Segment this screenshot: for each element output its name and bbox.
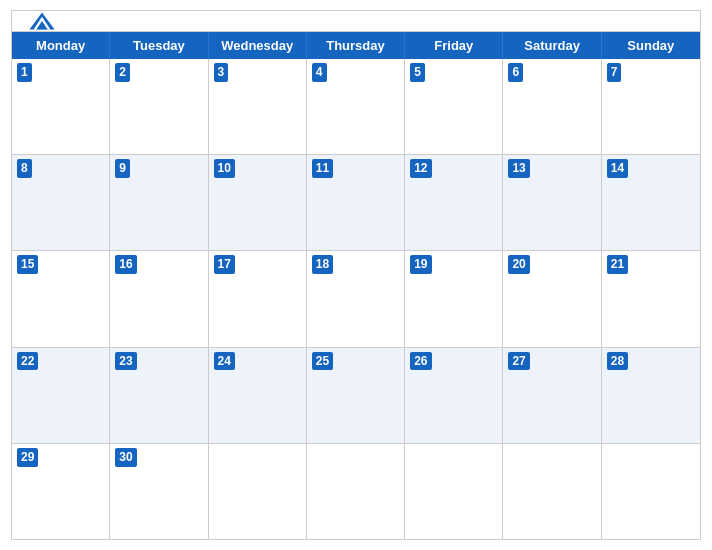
day-header-saturday: Saturday [503,32,601,59]
week-row-3: 15161718192021 [12,251,700,347]
day-header-monday: Monday [12,32,110,59]
day-cell-8: 8 [12,155,110,250]
day-number-4: 4 [312,63,327,82]
day-cell-18: 18 [307,251,405,346]
day-cell-27: 27 [503,348,601,443]
day-cell-5: 5 [405,59,503,154]
day-number-18: 18 [312,255,333,274]
day-cell-12: 12 [405,155,503,250]
day-number-14: 14 [607,159,628,178]
day-cell-4: 4 [307,59,405,154]
day-number-3: 3 [214,63,229,82]
day-number-22: 22 [17,352,38,371]
day-cell-23: 23 [110,348,208,443]
day-cell-3: 3 [209,59,307,154]
day-number-15: 15 [17,255,38,274]
day-header-wednesday: Wednesday [209,32,307,59]
day-cell-16: 16 [110,251,208,346]
day-cell-26: 26 [405,348,503,443]
weeks-container: 1234567891011121314151617181920212223242… [12,59,700,539]
calendar-grid: MondayTuesdayWednesdayThursdayFridaySatu… [12,31,700,539]
day-cell-11: 11 [307,155,405,250]
day-header-friday: Friday [405,32,503,59]
day-number-9: 9 [115,159,130,178]
day-number-1: 1 [17,63,32,82]
day-number-27: 27 [508,352,529,371]
logo [28,11,56,31]
day-number-21: 21 [607,255,628,274]
day-number-7: 7 [607,63,622,82]
day-number-25: 25 [312,352,333,371]
day-number-26: 26 [410,352,431,371]
day-cell-1: 1 [12,59,110,154]
day-cell-25: 25 [307,348,405,443]
day-number-12: 12 [410,159,431,178]
day-header-thursday: Thursday [307,32,405,59]
day-number-10: 10 [214,159,235,178]
day-cell-20: 20 [503,251,601,346]
day-cell-9: 9 [110,155,208,250]
day-cell-15: 15 [12,251,110,346]
day-header-sunday: Sunday [602,32,700,59]
week-row-1: 1234567 [12,59,700,155]
day-cell-30: 30 [110,444,208,539]
day-number-24: 24 [214,352,235,371]
day-cell-19: 19 [405,251,503,346]
day-cell-empty [209,444,307,539]
day-cell-28: 28 [602,348,700,443]
day-number-19: 19 [410,255,431,274]
week-row-2: 891011121314 [12,155,700,251]
day-cell-21: 21 [602,251,700,346]
day-cell-14: 14 [602,155,700,250]
day-cell-empty [307,444,405,539]
day-cell-22: 22 [12,348,110,443]
day-cell-24: 24 [209,348,307,443]
day-cell-empty [405,444,503,539]
day-number-13: 13 [508,159,529,178]
day-cell-empty [602,444,700,539]
day-number-23: 23 [115,352,136,371]
day-cell-7: 7 [602,59,700,154]
day-number-6: 6 [508,63,523,82]
day-cell-17: 17 [209,251,307,346]
day-number-5: 5 [410,63,425,82]
day-number-17: 17 [214,255,235,274]
day-number-11: 11 [312,159,333,178]
day-number-2: 2 [115,63,130,82]
day-number-20: 20 [508,255,529,274]
day-cell-2: 2 [110,59,208,154]
day-number-16: 16 [115,255,136,274]
day-cell-13: 13 [503,155,601,250]
week-row-5: 2930 [12,444,700,539]
week-row-4: 22232425262728 [12,348,700,444]
day-cell-10: 10 [209,155,307,250]
day-cell-29: 29 [12,444,110,539]
day-headers: MondayTuesdayWednesdayThursdayFridaySatu… [12,32,700,59]
calendar-header [12,11,700,31]
day-number-30: 30 [115,448,136,467]
day-cell-empty [503,444,601,539]
day-header-tuesday: Tuesday [110,32,208,59]
day-number-29: 29 [17,448,38,467]
day-number-8: 8 [17,159,32,178]
day-cell-6: 6 [503,59,601,154]
day-number-28: 28 [607,352,628,371]
calendar: MondayTuesdayWednesdayThursdayFridaySatu… [11,10,701,540]
